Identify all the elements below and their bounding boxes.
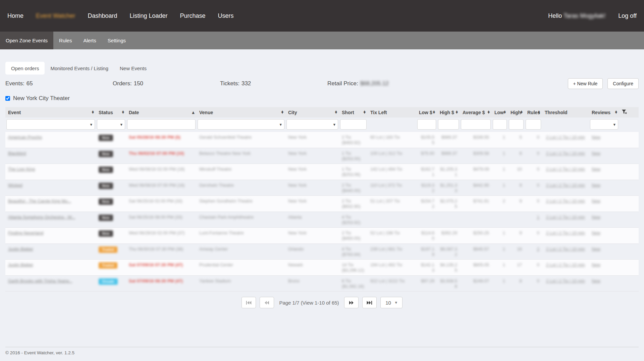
event-link[interactable]: American Psycho	[8, 135, 42, 140]
threshold-link[interactable]: 2 Lst | 2 Tix | 10 min	[546, 230, 585, 235]
next-page-button[interactable]	[344, 297, 359, 308]
reviews-link[interactable]: New	[592, 183, 600, 188]
nav-purchase[interactable]: Purchase	[180, 12, 206, 19]
subnav-open-zone-events[interactable]: Open Zone Events	[0, 32, 53, 49]
nav-users[interactable]: Users	[218, 12, 234, 19]
sort-toggle-icon[interactable]: ▲▼	[521, 111, 523, 114]
filter-select[interactable]: ▼	[198, 119, 284, 130]
event-link[interactable]: Justin Bieber	[8, 262, 33, 267]
threshold-link[interactable]: 2 Lst | 2 Tix | 10 min	[546, 278, 585, 283]
threshold-link[interactable]: 2 Lst | 2 Tix | 10 min	[546, 246, 585, 252]
subnav-settings[interactable]: Settings	[102, 32, 131, 49]
column-header[interactable]: Average $▲▼	[460, 107, 492, 118]
column-header[interactable]: Status▲▼	[96, 107, 126, 118]
filter-input[interactable]	[526, 119, 541, 130]
sort-toggle-icon[interactable]: ▲▼	[335, 111, 337, 114]
table-header: Event▲▼Status▲▼Date▲Venue▲▼City▲▼Short▲▼…	[5, 107, 639, 132]
rules-link[interactable]: 2	[537, 246, 539, 252]
event-link[interactable]: Atlanta Symphony Orchestra - W...	[8, 215, 75, 220]
threshold-link[interactable]: 2 Lst | 2 Tix | 10 min	[546, 183, 585, 188]
threshold-link[interactable]: 2 Lst | 2 Tix | 10 min	[546, 215, 585, 220]
tab-monitored-events[interactable]: Monitored Events / Listing	[45, 62, 114, 75]
filter-input[interactable]	[127, 119, 196, 130]
filter-input[interactable]	[438, 119, 459, 130]
nav-listing-loader[interactable]: Listing Loader	[129, 12, 167, 19]
sort-toggle-icon[interactable]: ▲▼	[504, 111, 506, 114]
sort-toggle-icon[interactable]: ▲▼	[615, 111, 617, 114]
column-header[interactable]: Low $▲▼	[416, 107, 437, 118]
filter-select[interactable]: ▼	[286, 119, 338, 130]
column-header[interactable]: Date▲	[126, 107, 197, 118]
prev-page-button[interactable]	[260, 297, 274, 308]
column-header[interactable]: Reviews▲▼	[589, 107, 619, 118]
high-price-cell: $1,205.31	[437, 164, 460, 180]
first-page-button[interactable]	[241, 297, 256, 308]
zone-label[interactable]: New York City Theater	[13, 95, 70, 102]
filter-input[interactable]	[461, 119, 491, 130]
threshold-link[interactable]: 2 Lst | 2 Tix | 10 min	[546, 167, 585, 172]
filter-select[interactable]: ▼	[590, 119, 618, 130]
filter-input[interactable]	[417, 119, 436, 130]
sort-toggle-icon[interactable]: ▲▼	[281, 111, 283, 114]
threshold-link[interactable]: 2 Lst | 2 Tix | 10 min	[546, 135, 585, 140]
reviews-link[interactable]: New	[592, 262, 600, 267]
filter-input[interactable]	[340, 119, 367, 130]
event-link[interactable]: Blackbird	[8, 151, 26, 156]
column-header[interactable]: Rules▲▼	[525, 107, 542, 118]
low-cell: 1	[492, 243, 508, 260]
threshold-link[interactable]: 2 Lst | 2 Tix | 10 min	[546, 262, 585, 267]
nav-dashboard[interactable]: Dashboard	[88, 12, 117, 19]
tab-new-events[interactable]: New Events	[114, 62, 152, 75]
filter-input[interactable]	[509, 119, 524, 130]
event-link[interactable]: The Lion King	[8, 167, 35, 172]
threshold-link[interactable]: 2 Lst | 2 Tix | 10 min	[546, 151, 585, 156]
reviews-link[interactable]: New	[592, 215, 600, 220]
reviews-link[interactable]: New	[592, 135, 600, 140]
sort-toggle-icon[interactable]: ▲▼	[456, 111, 458, 114]
column-header[interactable]: Event▲▼	[5, 107, 96, 118]
column-header[interactable]: High $▲▼	[437, 107, 460, 118]
filter-select[interactable]: ▼	[6, 119, 95, 130]
event-link[interactable]: Wicked	[8, 183, 22, 188]
reviews-link[interactable]: New	[592, 246, 600, 252]
rules-cell: 0	[525, 132, 542, 148]
nav-brand-event-watcher[interactable]: Event Watcher	[36, 12, 75, 19]
filter-icon[interactable]	[622, 109, 627, 114]
sort-toggle-icon[interactable]: ▲▼	[122, 111, 124, 114]
page-size-select[interactable]: 10 ▼	[380, 297, 402, 308]
event-link[interactable]: Beautiful - The Carole King Mu...	[8, 198, 71, 204]
column-header[interactable]: Low▲▼	[492, 107, 508, 118]
sort-toggle-icon[interactable]: ▲▼	[488, 111, 490, 114]
reviews-link[interactable]: New	[592, 198, 600, 204]
reviews-link[interactable]: New	[592, 167, 600, 172]
sort-asc-icon[interactable]: ▲	[192, 111, 195, 114]
new-rule-button[interactable]: + New Rule	[568, 78, 603, 89]
user-greeting[interactable]: Hello Taras Mogyliak!	[548, 12, 605, 19]
filter-input[interactable]	[493, 119, 507, 130]
reviews-link[interactable]: New	[592, 278, 600, 283]
column-header[interactable]: City▲▼	[285, 107, 339, 118]
reviews-link[interactable]: New	[592, 151, 600, 156]
sort-toggle-icon[interactable]: ▲▼	[538, 111, 540, 114]
nav-home[interactable]: Home	[7, 12, 23, 19]
last-page-button[interactable]	[362, 297, 377, 308]
subnav-alerts[interactable]: Alerts	[77, 32, 102, 49]
zone-checkbox[interactable]	[5, 96, 10, 101]
subnav-rules[interactable]: Rules	[53, 32, 77, 49]
configure-button[interactable]: Configure	[607, 78, 639, 89]
reviews-link[interactable]: New	[592, 230, 600, 235]
threshold-link[interactable]: 2 Lst | 2 Tix | 10 min	[546, 198, 585, 204]
event-link[interactable]: Finding Neverland	[8, 230, 44, 235]
sort-toggle-icon[interactable]: ▲▼	[92, 111, 94, 114]
sort-toggle-icon[interactable]: ▲▼	[364, 111, 366, 114]
log-off-link[interactable]: Log off	[618, 12, 637, 19]
event-link[interactable]: Justin Bieber	[8, 246, 33, 252]
column-header[interactable]: Venue▲▼	[197, 107, 285, 118]
column-header[interactable]: High▲▼	[508, 107, 525, 118]
column-header[interactable]: Short▲▼	[339, 107, 368, 118]
event-link[interactable]: Garth Brooks with Trisha Yearw...	[8, 278, 72, 283]
tab-open-orders[interactable]: Open orders	[5, 62, 45, 75]
sort-toggle-icon[interactable]: ▲▼	[433, 111, 435, 114]
filter-select[interactable]: ▼	[97, 119, 125, 130]
rules-link[interactable]: 1	[537, 215, 539, 220]
